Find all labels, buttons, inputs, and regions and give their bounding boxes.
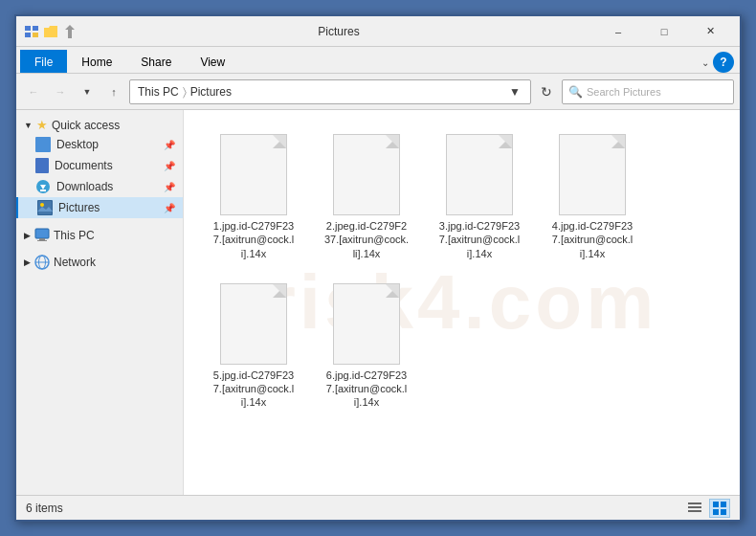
file-name-1: 2.jpeg.id-C279F237.[axitrun@cock.li].14x bbox=[324, 219, 409, 260]
status-bar: 6 items bbox=[16, 495, 740, 520]
tab-file[interactable]: File bbox=[20, 50, 67, 73]
svg-rect-1 bbox=[25, 33, 31, 37]
pin-icon-desktop: 📌 bbox=[164, 140, 175, 150]
sidebar-item-downloads[interactable]: Downloads 📌 bbox=[16, 176, 183, 197]
svg-rect-24 bbox=[713, 509, 719, 515]
item-count: 6 items bbox=[26, 502, 63, 515]
tab-home[interactable]: Home bbox=[67, 50, 126, 73]
list-view-button[interactable] bbox=[684, 499, 705, 518]
path-part-pictures[interactable]: Pictures bbox=[190, 85, 232, 99]
network-chevron-icon: ▶ bbox=[24, 257, 31, 267]
quick-access-icon bbox=[24, 24, 39, 39]
help-button[interactable]: ? bbox=[713, 52, 734, 73]
file-item-5[interactable]: 6.jpg.id-C279F237.[axitrun@cock.li].14x bbox=[314, 277, 419, 416]
file-icon-0 bbox=[220, 134, 287, 215]
file-icon-5 bbox=[333, 283, 400, 365]
ribbon-collapse-button[interactable]: ⌄ bbox=[701, 57, 709, 68]
desktop-icon bbox=[35, 137, 51, 152]
refresh-button[interactable]: ↻ bbox=[535, 80, 558, 103]
file-item-0[interactable]: 1.jpg.id-C279F237.[axitrun@cock.li].14x bbox=[201, 127, 306, 267]
forward-button[interactable]: → bbox=[49, 80, 72, 103]
address-bar: ← → ▼ ↑ This PC 〉 Pictures ▼ ↻ 🔍 Search … bbox=[16, 74, 740, 110]
quick-access-label: Quick access bbox=[52, 119, 120, 132]
path-dropdown-button[interactable]: ▼ bbox=[507, 79, 523, 104]
minimize-button[interactable]: – bbox=[596, 16, 640, 47]
svg-rect-15 bbox=[37, 240, 47, 241]
search-placeholder: Search Pictures bbox=[587, 86, 661, 98]
network-label: Network bbox=[54, 256, 96, 269]
file-name-0: 1.jpg.id-C279F237.[axitrun@cock.li].14x bbox=[213, 219, 295, 260]
file-icon-4 bbox=[220, 283, 287, 365]
file-explorer-window: Pictures – □ ✕ File Home Share View ⌄ ? … bbox=[14, 14, 742, 522]
view-controls bbox=[684, 499, 730, 518]
svg-rect-19 bbox=[688, 502, 701, 504]
sidebar-section-quick-access[interactable]: ▼ ★ Quick access bbox=[16, 114, 183, 134]
sidebar-downloads-label: Downloads bbox=[56, 180, 113, 193]
file-item-4[interactable]: 5.jpg.id-C279F237.[axitrun@cock.li].14x bbox=[201, 277, 306, 416]
file-item-3[interactable]: 4.jpg.id-C279F237.[axitrun@cock.li].14x bbox=[540, 127, 645, 267]
file-name-4: 5.jpg.id-C279F237.[axitrun@cock.li].14x bbox=[213, 368, 295, 410]
close-button[interactable]: ✕ bbox=[688, 16, 732, 47]
file-name-3: 4.jpg.id-C279F237.[axitrun@cock.li].14x bbox=[552, 219, 634, 260]
sidebar-item-documents[interactable]: Documents 📌 bbox=[16, 155, 183, 176]
sidebar-desktop-label: Desktop bbox=[56, 138, 99, 151]
this-pc-chevron-icon: ▶ bbox=[24, 231, 31, 240]
tab-share[interactable]: Share bbox=[126, 50, 186, 73]
sidebar-section-network[interactable]: ▶ Network bbox=[16, 251, 183, 272]
file-icon-1 bbox=[333, 134, 400, 215]
grid-view-button[interactable] bbox=[709, 499, 730, 518]
sidebar: ▼ ★ Quick access Desktop 📌 Documents 📌 D… bbox=[16, 110, 184, 495]
window-title: Pictures bbox=[81, 25, 596, 38]
svg-marker-4 bbox=[65, 25, 75, 38]
svg-rect-0 bbox=[25, 26, 31, 31]
svg-rect-7 bbox=[40, 190, 46, 191]
svg-rect-25 bbox=[721, 509, 726, 515]
quick-access-chevron-icon: ▼ bbox=[24, 121, 33, 130]
svg-point-11 bbox=[40, 203, 44, 207]
tab-view[interactable]: View bbox=[186, 50, 239, 73]
file-content-area: risk4.com 1.jpg.id-C279F237.[axitrun@coc… bbox=[184, 110, 740, 495]
file-item-1[interactable]: 2.jpeg.id-C279F237.[axitrun@cock.li].14x bbox=[314, 127, 419, 267]
main-area: ▼ ★ Quick access Desktop 📌 Documents 📌 D… bbox=[16, 110, 740, 495]
pictures-icon bbox=[37, 200, 53, 215]
svg-rect-3 bbox=[33, 33, 38, 37]
file-item-2[interactable]: 3.jpg.id-C279F237.[axitrun@cock.li].14x bbox=[427, 127, 532, 267]
svg-rect-23 bbox=[721, 502, 726, 507]
ribbon-tabs: File Home Share View ⌄ ? bbox=[16, 47, 740, 74]
file-icon-3 bbox=[559, 134, 626, 215]
search-box[interactable]: 🔍 Search Pictures bbox=[562, 79, 734, 104]
network-icon bbox=[34, 255, 50, 270]
this-pc-label: This PC bbox=[54, 229, 95, 242]
downloads-icon bbox=[35, 179, 51, 194]
sidebar-section-this-pc[interactable]: ▶ This PC bbox=[16, 224, 183, 245]
folder-icon bbox=[43, 24, 58, 39]
svg-rect-14 bbox=[39, 238, 45, 240]
svg-rect-2 bbox=[33, 26, 38, 31]
path-separator-1: 〉 bbox=[183, 85, 187, 99]
documents-icon bbox=[35, 158, 49, 173]
address-path[interactable]: This PC 〉 Pictures ▼ bbox=[129, 79, 531, 104]
title-bar-icons bbox=[24, 24, 78, 39]
maximize-button[interactable]: □ bbox=[642, 16, 686, 47]
pin-icon-downloads: 📌 bbox=[164, 182, 175, 192]
computer-icon bbox=[34, 228, 50, 243]
svg-rect-22 bbox=[713, 502, 719, 507]
pin-icon bbox=[62, 24, 78, 39]
file-name-2: 3.jpg.id-C279F237.[axitrun@cock.li].14x bbox=[439, 219, 521, 260]
search-icon: 🔍 bbox=[568, 85, 583, 99]
sidebar-item-pictures[interactable]: Pictures 📌 bbox=[16, 197, 183, 218]
star-icon: ★ bbox=[36, 118, 48, 132]
sidebar-item-desktop[interactable]: Desktop 📌 bbox=[16, 134, 183, 155]
recent-locations-button[interactable]: ▼ bbox=[76, 80, 99, 103]
svg-rect-12 bbox=[35, 229, 49, 238]
path-part-this-pc[interactable]: This PC bbox=[138, 85, 179, 99]
back-button[interactable]: ← bbox=[22, 80, 45, 103]
up-button[interactable]: ↑ bbox=[102, 80, 125, 103]
window-controls: – □ ✕ bbox=[596, 16, 732, 47]
files-grid: 1.jpg.id-C279F237.[axitrun@cock.li].14x … bbox=[193, 120, 730, 424]
svg-rect-21 bbox=[688, 510, 701, 512]
sidebar-pictures-label: Pictures bbox=[58, 201, 100, 214]
svg-rect-9 bbox=[38, 201, 52, 214]
file-name-5: 6.jpg.id-C279F237.[axitrun@cock.li].14x bbox=[326, 368, 408, 410]
file-icon-2 bbox=[446, 134, 513, 215]
